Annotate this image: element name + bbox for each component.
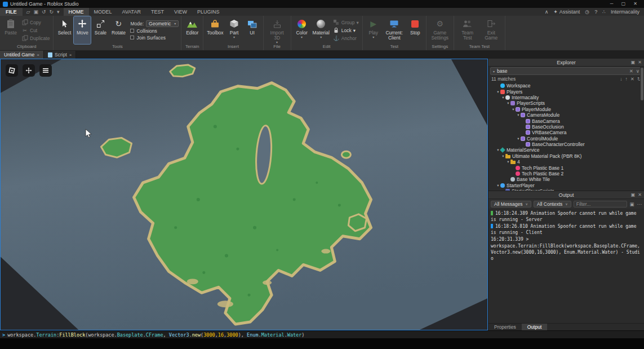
output-filter-input[interactable]: Filter...	[574, 201, 628, 207]
save-icon[interactable]: ▣	[33, 9, 38, 15]
clear-matches-icon[interactable]: ✕	[630, 76, 634, 82]
anchor-button[interactable]: ⚓ Anchor	[332, 34, 360, 42]
expand-arrow-icon[interactable]: ▾	[516, 113, 521, 117]
viewport-list-button[interactable]	[39, 64, 52, 77]
scrollbar-thumb[interactable]	[641, 68, 643, 100]
color-dropdown-icon[interactable]: ▾	[301, 36, 303, 39]
float-panel-icon[interactable]: ▣	[631, 191, 636, 199]
explorer-search-input[interactable]: ▾ base ✕ ∨	[490, 67, 642, 75]
game-settings-button[interactable]: ⚙ Game Settings	[429, 16, 451, 44]
menu-tab-model[interactable]: MODEL	[89, 8, 117, 16]
maximize-icon[interactable]: ▢	[618, 0, 629, 8]
menu-tab-home[interactable]: HOME	[64, 8, 89, 16]
output-log[interactable]: 16:18:24.389 Animation Spoofer cannot ru…	[488, 209, 644, 323]
explorer-node-vrbasecamera[interactable]: VRBaseCamera	[488, 130, 644, 135]
contexts-filter-dropdown[interactable]: All Contexts ∨	[534, 201, 571, 207]
select-tool-button[interactable]: Select	[56, 16, 73, 44]
ui-button[interactable]: UI	[244, 16, 261, 44]
share-icon[interactable]: ∴	[602, 9, 606, 15]
play-dropdown-icon[interactable]: ▾	[372, 36, 374, 39]
prev-match-icon[interactable]: ↑	[625, 76, 628, 82]
expand-arrow-icon[interactable]: ▾	[501, 154, 505, 158]
clear-search-icon[interactable]: ✕	[629, 68, 633, 74]
lock-button[interactable]: Lock ▾	[332, 26, 360, 34]
close-panel-icon[interactable]: ✕	[638, 191, 642, 199]
undo-icon[interactable]: ↺	[42, 9, 46, 15]
command-input[interactable]: workspace.Terrain:FillBlock(workspace.Ba…	[7, 332, 304, 338]
play-button[interactable]: ▶ Play ▾	[365, 16, 382, 44]
collisions-checkbox[interactable]	[130, 29, 134, 33]
explorer-node-playermodule[interactable]: ▾PlayerModule	[488, 107, 644, 112]
group-dropdown-icon[interactable]: ▾	[356, 20, 358, 25]
explorer-node-basecamera[interactable]: BaseCamera	[488, 118, 644, 123]
expand-arrow-icon[interactable]: ▾	[501, 95, 505, 100]
part-dropdown-icon[interactable]: ▾	[233, 36, 235, 39]
exit-game-button[interactable]: Exit Game	[480, 16, 503, 44]
tab-script[interactable]: Script ×	[44, 51, 76, 59]
stop-button[interactable]: Stop	[407, 16, 424, 44]
team-test-button[interactable]: Team Test	[456, 16, 479, 44]
explorer-node-controlmodule[interactable]: ▾ControlModule	[488, 136, 644, 142]
open-icon[interactable]: ▱	[26, 9, 30, 15]
material-dropdown-icon[interactable]: ▾	[320, 36, 322, 39]
cut-button[interactable]: ✂ Cut	[20, 26, 51, 34]
explorer-node-tech-plastic-base-1[interactable]: Tech Plastic Base 1	[488, 165, 644, 170]
menu-tab-avatar[interactable]: AVATAR	[117, 8, 146, 16]
assistant-button[interactable]: ✦ Assistant	[553, 9, 580, 15]
explorer-node-workspace[interactable]: Workspace	[488, 83, 644, 89]
open-log-icon[interactable]: ▣	[629, 201, 634, 207]
username-label[interactable]: Intermacality	[611, 9, 639, 15]
close-tab-icon[interactable]: ×	[37, 52, 39, 58]
explorer-node-4[interactable]: ▾4	[488, 159, 644, 165]
scale-tool-button[interactable]: Scale	[92, 16, 109, 44]
next-match-icon[interactable]: ↓	[620, 76, 622, 82]
explorer-node-ultimate-material-pack-pbr-8k-[interactable]: ▾Ultimate Material Pack (PBR 8K)	[488, 153, 644, 159]
explorer-node-cameramodule[interactable]: ▾CameraModule	[488, 112, 644, 118]
rotate-tool-button[interactable]: ↻ Rotate	[110, 16, 127, 44]
lock-dropdown-icon[interactable]: ▾	[353, 28, 356, 33]
paste-button[interactable]: Paste	[2, 16, 19, 44]
redo-icon[interactable]: ↻	[49, 9, 54, 15]
expand-arrow-icon[interactable]: ▾	[496, 90, 500, 94]
current-client-button[interactable]: Current: Client	[383, 16, 406, 44]
material-button[interactable]: Material ▾	[312, 16, 331, 44]
explorer-scrollbar[interactable]	[640, 67, 644, 191]
viewport-home-button[interactable]	[6, 64, 18, 77]
messages-filter-dropdown[interactable]: All Messages ∨	[491, 201, 531, 207]
close-tab-icon[interactable]: ×	[69, 52, 72, 58]
explorer-node-starterplayerscripts[interactable]: StarterPlayerScripts	[488, 188, 644, 191]
viewport-transform-button[interactable]	[23, 64, 35, 77]
menu-tab-view[interactable]: VIEW	[169, 8, 192, 16]
group-button[interactable]: Group ▾	[332, 19, 360, 26]
command-bar[interactable]: > workspace.Terrain:FillBlock(workspace.…	[0, 330, 644, 338]
help-icon[interactable]: ?	[594, 9, 597, 15]
more-options-icon[interactable]: ⋯	[637, 201, 642, 207]
expand-arrow-icon[interactable]: ▾	[516, 136, 521, 141]
explorer-node-players[interactable]: ▾Players	[488, 89, 644, 94]
toolbox-button[interactable]: Toolbox	[206, 16, 224, 44]
join-surfaces-checkbox[interactable]	[130, 36, 134, 39]
terrain-editor-button[interactable]: Editor	[184, 16, 201, 44]
import-3d-button[interactable]: Import 3D ▾	[266, 16, 288, 44]
3d-viewport[interactable]	[0, 59, 488, 330]
menu-tab-plugins[interactable]: PLUGINS	[192, 8, 225, 16]
expand-arrow-icon[interactable]: ▾	[506, 160, 510, 164]
float-panel-icon[interactable]: ▣	[631, 59, 636, 67]
explorer-node-tech-plastic-base-2[interactable]: Tech Plastic Base 2	[488, 171, 644, 176]
tab-output[interactable]: Output	[522, 324, 548, 330]
duplicate-button[interactable]: Duplicate	[20, 34, 51, 42]
quick-access-dropdown-icon[interactable]: ▾	[57, 9, 60, 15]
close-icon[interactable]: ✕	[629, 0, 641, 8]
collapse-ribbon-icon[interactable]: ∧	[545, 9, 549, 15]
explorer-node-playerscripts[interactable]: ▾PlayerScripts	[488, 100, 644, 106]
explorer-node-starterplayer[interactable]: ▾StarterPlayer	[488, 183, 644, 188]
copy-button[interactable]: Copy	[20, 19, 51, 26]
file-menu-button[interactable]: FILE	[0, 8, 23, 16]
tab-properties[interactable]: Properties	[488, 324, 522, 330]
move-tool-button[interactable]: Move	[74, 16, 91, 44]
explorer-node-intermacality[interactable]: ▾Intermacality	[488, 95, 644, 100]
search-options-icon[interactable]: ▾	[493, 69, 495, 73]
expand-arrow-icon[interactable]: ▾	[506, 101, 510, 105]
expand-arrow-icon[interactable]: ▾	[511, 107, 516, 112]
explorer-node-basecharactercontroller[interactable]: BaseCharacterController	[488, 142, 644, 147]
